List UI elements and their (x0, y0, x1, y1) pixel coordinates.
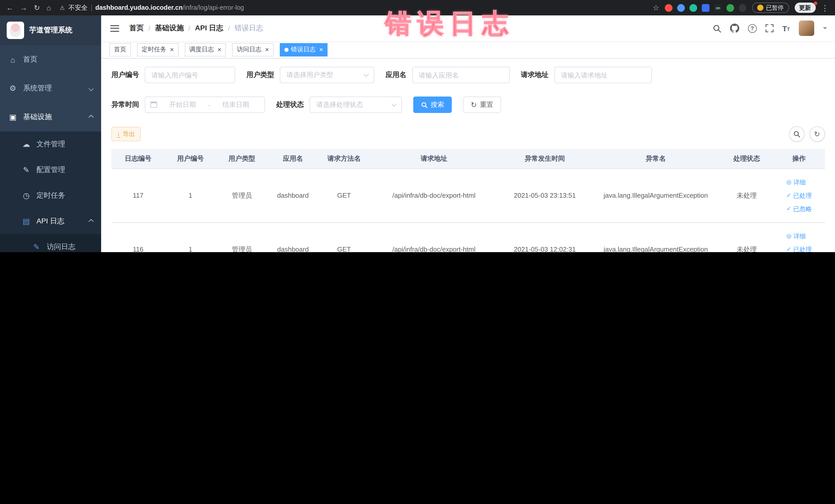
action-processed[interactable]: ✓已处理 (787, 189, 812, 202)
sidebar-item-job[interactable]: ◷定时任务 (0, 183, 101, 208)
tab-label: 定时任务 (142, 45, 166, 54)
end-date-placeholder: 结束日期 (212, 100, 259, 109)
column-header: 请求方法名 (318, 149, 370, 168)
fullscreen-icon[interactable] (766, 24, 774, 32)
reload-icon[interactable]: ↻ (34, 4, 40, 11)
breadcrumb-separator: / (188, 24, 190, 32)
forward-icon[interactable]: → (20, 4, 27, 11)
process-status-label: 处理状态 (276, 100, 304, 109)
update-button[interactable]: 更新 (794, 3, 815, 13)
cell-actions: ◎详细✓已处理✓已忽略 (773, 222, 825, 252)
breadcrumb-item[interactable]: 基础设施 (155, 24, 184, 33)
extension-drop-icon[interactable] (677, 4, 685, 12)
refresh-table-button[interactable]: ↻ (809, 126, 825, 142)
filter-app-name: 应用名 (386, 67, 510, 83)
search-icon[interactable] (713, 24, 721, 33)
reset-button-label: 重置 (480, 100, 493, 109)
browser-home-icon[interactable]: ⌂ (46, 4, 51, 11)
logo-row[interactable]: 芋道管理系统 (0, 15, 101, 45)
address-bar[interactable]: ⚠ 不安全 dashboard.yudao.iocoder.cn/infra/l… (60, 3, 646, 12)
extension-teal-icon[interactable] (690, 4, 697, 12)
sidebar-menu: ⌂首页⚙系统管理▣基础设施☁文件管理✎配置管理◷定时任务▤API 日志✎访问日志… (0, 45, 101, 252)
browser-menu-icon[interactable]: ⋮ (821, 4, 829, 12)
browser-chrome: ← → ↻ ⌂ ⚠ 不安全 dashboard.yudao.iocoder.cn… (0, 0, 835, 15)
tab-home[interactable]: 首页 (109, 43, 131, 56)
process-status-select[interactable]: 请选择处理状态 (309, 97, 402, 113)
paused-button[interactable]: 已暂停 (752, 3, 789, 13)
toggle-search-button[interactable] (789, 126, 804, 142)
action-detail[interactable]: ◎详细 (787, 229, 806, 243)
sidebar-item-home[interactable]: ⌂首页 (0, 45, 101, 74)
github-icon[interactable] (730, 24, 739, 33)
action-detail[interactable]: ◎详细 (787, 175, 806, 189)
tab-label: 访问日志 (237, 45, 261, 54)
sidebar-item-api-log[interactable]: ▤API 日志 (0, 208, 101, 234)
cloud-icon: ☁ (22, 140, 31, 149)
cell-actions: ◎详细✓已处理✓已忽略 (773, 168, 825, 222)
reset-button[interactable]: ↻ 重置 (463, 97, 501, 113)
breadcrumb-item[interactable]: 首页 (129, 24, 144, 33)
close-icon[interactable]: × (218, 46, 221, 53)
help-icon[interactable]: ? (748, 24, 757, 33)
sidebar-item-file[interactable]: ☁文件管理 (0, 132, 101, 157)
column-header: 日志编号 (111, 149, 165, 168)
avatar[interactable] (798, 21, 814, 36)
sidebar-item-access-log[interactable]: ✎访问日志 (0, 234, 101, 252)
app-logo (7, 22, 24, 39)
action-processed[interactable]: ✓已处理 (787, 243, 812, 252)
font-size-icon[interactable]: TT (782, 24, 790, 33)
tab-label: 错误日志 (291, 45, 316, 54)
tab-job-log[interactable]: 调度日志× (185, 43, 226, 56)
extension-grid-icon[interactable] (702, 4, 710, 12)
request-url-input[interactable] (554, 67, 652, 83)
exception-time-range[interactable]: 开始日期 - 结束日期 (145, 97, 265, 113)
column-header: 异常发生时间 (498, 149, 591, 168)
sidebar-item-system[interactable]: ⚙系统管理 (0, 74, 101, 103)
breadcrumb-item[interactable]: 错误日志 (235, 24, 263, 33)
app-name-input[interactable] (412, 67, 510, 83)
search-icon (421, 101, 428, 108)
action-label: 已处理 (793, 243, 812, 252)
app-name-label: 应用名 (386, 70, 406, 80)
extension-leaf-icon[interactable] (727, 4, 734, 12)
column-header: 异常名 (592, 149, 720, 168)
caret-down-icon[interactable] (823, 27, 827, 31)
cell-method: GET (318, 168, 370, 222)
filter-request-url: 请求地址 (521, 67, 652, 83)
notification-dot (813, 2, 817, 5)
extension-paw-icon[interactable] (739, 4, 747, 12)
extension-on-icon[interactable]: on (714, 4, 722, 12)
action-ignored[interactable]: ✓已忽略 (787, 202, 812, 216)
monkey-emoji-icon (757, 5, 763, 11)
search-button[interactable]: 搜索 (413, 97, 452, 113)
cell-user_id: 1 (165, 222, 216, 252)
close-icon[interactable]: × (319, 46, 323, 53)
breadcrumb-item[interactable]: API 日志 (195, 24, 223, 33)
header-tools: ? TT (713, 21, 827, 36)
sidebar-item-label: 基础设施 (23, 113, 52, 122)
app-frame: 芋道管理系统 ⌂首页⚙系统管理▣基础设施☁文件管理✎配置管理◷定时任务▤API … (0, 15, 835, 252)
tab-label: 调度日志 (189, 45, 214, 54)
download-icon: ↓ (117, 130, 120, 138)
tab-access-log[interactable]: 访问日志× (232, 43, 273, 56)
sidebar-item-infra[interactable]: ▣基础设施 (0, 103, 101, 132)
extension-red-icon[interactable] (665, 4, 673, 12)
cell-status: 未处理 (720, 222, 773, 252)
tab-error-log[interactable]: 错误日志× (280, 43, 328, 56)
bookmark-star-icon[interactable]: ☆ (653, 4, 659, 11)
user-id-input[interactable] (145, 67, 235, 83)
export-button[interactable]: ↓ 导出 (111, 127, 141, 141)
sidebar-item-config[interactable]: ✎配置管理 (0, 157, 101, 183)
tags-view: 首页定时任务×调度日志×访问日志×错误日志× (101, 41, 835, 59)
user-type-select[interactable]: 请选择用户类型 (280, 67, 374, 83)
edit-icon: ✎ (32, 242, 41, 251)
close-icon[interactable]: × (265, 46, 269, 53)
cell-user_id: 1 (165, 168, 216, 222)
filter-row-2: 异常时间 开始日期 - 结束日期 处理状态 请选择处理状态 (111, 97, 825, 113)
back-icon[interactable]: ← (6, 4, 13, 11)
close-icon[interactable]: × (170, 46, 174, 53)
tab-job[interactable]: 定时任务× (137, 43, 178, 56)
hamburger-icon[interactable] (109, 23, 120, 34)
edit-icon: ✎ (22, 165, 31, 175)
column-header: 请求地址 (370, 149, 498, 168)
